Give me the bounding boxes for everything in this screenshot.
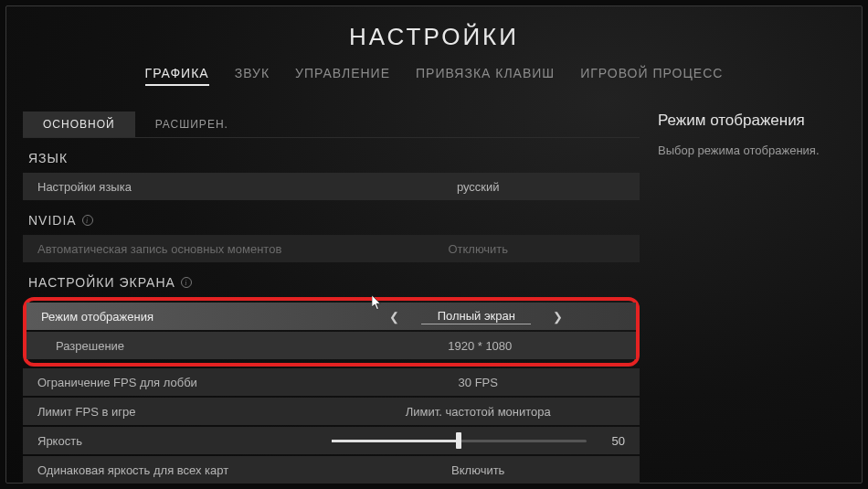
sub-tabs: ОСНОВНОЙ РАСШИРЕН. [23, 112, 640, 138]
brightness-slider[interactable]: 50 [332, 434, 626, 448]
settings-window: НАСТРОЙКИ ГРАФИКА ЗВУК УПРАВЛЕНИЕ ПРИВЯЗ… [5, 5, 863, 484]
row-language-label: Настройки языка [37, 180, 332, 194]
row-lobby-fps-value: 30 FPS [423, 376, 533, 389]
row-display-mode-value: Полный экран [421, 309, 531, 324]
section-language-label: ЯЗЫК [28, 151, 68, 165]
row-nvidia-highlights[interactable]: Автоматическая запись основных моментов … [23, 235, 640, 262]
row-lobby-fps[interactable]: Ограничение FPS для лобби 30 FPS [23, 368, 640, 396]
content-area: ОСНОВНОЙ РАСШИРЕН. ЯЗЫК Настройки языка … [6, 112, 862, 485]
row-same-brightness[interactable]: Одинаковая яркость для всех карт Включит… [23, 456, 640, 484]
section-nvidia: NVIDIA i [28, 213, 640, 228]
info-icon[interactable]: i [181, 277, 192, 288]
section-display-label: НАСТРОЙКИ ЭКРАНА [28, 275, 175, 290]
slider-thumb[interactable] [456, 432, 461, 449]
row-resolution[interactable]: Разрешение 1920 * 1080 [26, 332, 636, 359]
tab-gameplay[interactable]: ИГРОВОЙ ПРОЦЕСС [580, 66, 723, 86]
row-same-brightness-label: Одинаковая яркость для всех карт [37, 463, 332, 477]
chevron-right-icon[interactable]: ❯ [553, 310, 563, 324]
row-language[interactable]: Настройки языка русский [23, 173, 640, 200]
section-display: НАСТРОЙКИ ЭКРАНА i [28, 275, 640, 290]
subtab-advanced[interactable]: РАСШИРЕН. [135, 112, 249, 137]
row-display-mode-label: Режим отображения [41, 310, 332, 324]
row-display-mode[interactable]: Режим отображения ❮ Полный экран ❯ [26, 303, 636, 330]
row-ingame-fps-value: Лимит. частотой монитора [406, 405, 551, 419]
info-icon[interactable]: i [82, 215, 93, 226]
settings-panel: ОСНОВНОЙ РАСШИРЕН. ЯЗЫК Настройки языка … [23, 112, 640, 485]
tab-graphics[interactable]: ГРАФИКА [145, 66, 209, 86]
row-ingame-fps[interactable]: Лимит FPS в игре Лимит. частотой монитор… [23, 398, 640, 425]
annotation-highlight: Режим отображения ❮ Полный экран ❯ Разре… [23, 297, 640, 367]
section-nvidia-label: NVIDIA [28, 213, 77, 228]
row-nvidia-label: Автоматическая запись основных моментов [37, 242, 332, 256]
row-brightness-value: 50 [598, 434, 625, 448]
row-ingame-fps-label: Лимит FPS в игре [37, 405, 332, 419]
tab-controls[interactable]: УПРАВЛЕНИЕ [295, 66, 390, 86]
row-brightness-label: Яркость [37, 434, 332, 448]
row-resolution-value: 1920 * 1080 [425, 339, 535, 353]
tab-keybinds[interactable]: ПРИВЯЗКА КЛАВИШ [416, 66, 555, 86]
row-nvidia-value: Отключить [423, 242, 533, 256]
row-same-brightness-value: Включить [423, 463, 533, 477]
section-language: ЯЗЫК [28, 151, 640, 165]
row-resolution-label: Разрешение [56, 339, 339, 353]
row-language-value: русский [423, 180, 533, 194]
main-tabs: ГРАФИКА ЗВУК УПРАВЛЕНИЕ ПРИВЯЗКА КЛАВИШ … [6, 66, 862, 86]
tab-sound[interactable]: ЗВУК [235, 66, 270, 86]
subtab-basic[interactable]: ОСНОВНОЙ [23, 112, 135, 137]
page-title: НАСТРОЙКИ [6, 23, 862, 51]
description-panel: Режим отображения Выбор режима отображен… [640, 112, 845, 485]
chevron-left-icon[interactable]: ❮ [389, 310, 399, 324]
description-title: Режим отображения [658, 112, 845, 130]
description-text: Выбор режима отображения. [658, 143, 845, 159]
row-lobby-fps-label: Ограничение FPS для лобби [37, 376, 332, 389]
row-brightness[interactable]: Яркость 50 [23, 427, 640, 454]
